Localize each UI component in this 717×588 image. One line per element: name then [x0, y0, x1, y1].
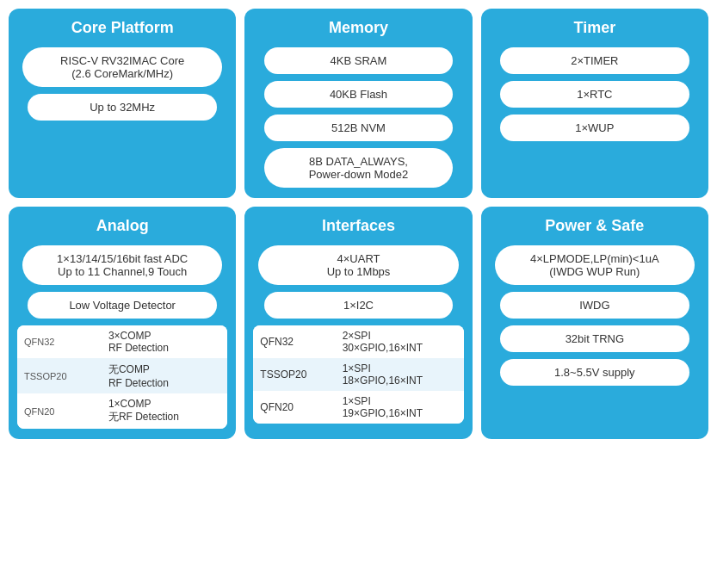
analog-pkg-0: QFN32 — [17, 325, 102, 358]
card-power-safe: Power & Safe 4×LPMODE,LP(min)<1uA(IWDG W… — [481, 207, 708, 439]
memory-item-0: 4KB SRAM — [264, 47, 454, 74]
timer-item-0: 2×TIMER — [500, 47, 689, 74]
analog-intro: 1×13/14/15/16bit fast ADCUp to 11 Channe… — [22, 245, 222, 285]
analog-table: QFN32 3×COMPRF Detection TSSOP20 无COMPRF… — [17, 325, 227, 429]
card-memory: Memory 4KB SRAM 40KB Flash 512B NVM 8B D… — [244, 9, 472, 198]
analog-pkg-1: TSSOP20 — [17, 358, 102, 393]
timer-item-1: 1×RTC — [500, 81, 689, 108]
table-row: QFN20 1×SPI19×GPIO,16×INT — [253, 391, 463, 424]
core-platform-title: Core Platform — [71, 19, 174, 37]
core-platform-item-1: Up to 32MHz — [28, 94, 217, 121]
memory-title: Memory — [329, 19, 388, 37]
interfaces-i2c: 1×I2C — [264, 292, 454, 319]
interfaces-title: Interfaces — [322, 217, 395, 235]
iface-pkg-2: QFN20 — [253, 391, 335, 424]
memory-item-2: 512B NVM — [264, 115, 454, 141]
iface-pkg-0: QFN32 — [253, 325, 335, 358]
iface-pkg-1: TSSOP20 — [253, 358, 335, 391]
card-interfaces: Interfaces 4×UARTUp to 1Mbps 1×I2C QFN32… — [244, 207, 472, 439]
timer-item-2: 1×WUP — [500, 115, 689, 141]
timer-title: Timer — [573, 19, 615, 37]
interfaces-table: QFN32 2×SPI30×GPIO,16×INT TSSOP20 1×SPI1… — [253, 325, 463, 424]
power-safe-item-0: 4×LPMODE,LP(min)<1uA(IWDG WUP Run) — [495, 245, 695, 285]
power-safe-item-1: IWDG — [500, 292, 689, 319]
iface-spec-2: 1×SPI19×GPIO,16×INT — [336, 391, 464, 424]
table-row: QFN32 3×COMPRF Detection — [17, 325, 227, 358]
interfaces-uart: 4×UARTUp to 1Mbps — [258, 245, 458, 285]
analog-spec-2: 1×COMP无RF Detection — [102, 393, 227, 429]
table-row: QFN32 2×SPI30×GPIO,16×INT — [253, 325, 463, 358]
card-core-platform: Core Platform RISC-V RV32IMAC Core(2.6 C… — [9, 9, 236, 198]
card-timer: Timer 2×TIMER 1×RTC 1×WUP — [481, 9, 708, 198]
main-grid: Core Platform RISC-V RV32IMAC Core(2.6 C… — [9, 9, 708, 439]
table-row: QFN20 1×COMP无RF Detection — [17, 393, 227, 429]
analog-title: Analog — [96, 217, 149, 235]
table-row: TSSOP20 1×SPI18×GPIO,16×INT — [253, 358, 463, 391]
power-safe-item-2: 32bit TRNG — [500, 325, 689, 352]
memory-item-3: 8B DATA_ALWAYS,Power-down Mode2 — [264, 148, 454, 188]
table-row: TSSOP20 无COMPRF Detection — [17, 358, 227, 393]
analog-lvd: Low Voltage Detector — [28, 292, 217, 319]
memory-item-1: 40KB Flash — [264, 81, 454, 108]
iface-spec-1: 1×SPI18×GPIO,16×INT — [336, 358, 464, 391]
analog-spec-0: 3×COMPRF Detection — [102, 325, 227, 358]
analog-pkg-2: QFN20 — [17, 393, 102, 429]
iface-spec-0: 2×SPI30×GPIO,16×INT — [336, 325, 464, 358]
power-safe-item-3: 1.8~5.5V supply — [500, 359, 689, 386]
power-safe-title: Power & Safe — [545, 217, 644, 235]
core-platform-item-0: RISC-V RV32IMAC Core(2.6 CoreMark/MHz) — [22, 47, 222, 87]
card-analog: Analog 1×13/14/15/16bit fast ADCUp to 11… — [9, 207, 236, 439]
analog-spec-1: 无COMPRF Detection — [102, 358, 227, 393]
